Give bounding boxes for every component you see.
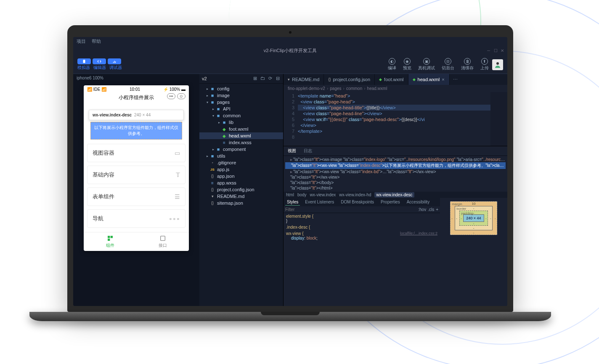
file-node[interactable]: ≡index.wxss [199, 139, 283, 146]
file-node[interactable]: ≡app.wxss [199, 179, 283, 186]
file-node[interactable]: ◆head.wxml [199, 132, 283, 139]
file-node[interactable]: ◆foot.wxml [199, 126, 283, 132]
styles-pane[interactable]: element.style {}.index-desc {</span></di… [284, 213, 440, 306]
capsule-close-button[interactable]: ⊙ [177, 93, 186, 99]
editor-tab[interactable]: ◆foot.wxml [375, 74, 408, 85]
maximize-button[interactable]: ☐ [494, 48, 498, 53]
devtools-subtab[interactable]: Properties [379, 199, 402, 206]
devtools-tab-log[interactable]: 日志 [302, 147, 314, 155]
new-rule-button[interactable]: + [436, 207, 438, 212]
breadcrumb[interactable]: fino-applet-demo-v2›pages›common›head.wx… [284, 85, 507, 92]
file-node[interactable]: JSapp.js [199, 166, 283, 173]
laptop-frame: 项目 帮助 v2-FinClip小程序开发工具 ─ ☐ ✕ 模拟器 编辑器 调试… [67, 25, 513, 321]
new-file-icon[interactable]: ⊞ [252, 76, 258, 82]
folder-node[interactable]: ▸■config [199, 85, 283, 92]
new-folder-icon[interactable]: 🗀 [260, 76, 265, 82]
dom-node[interactable]: "la">class="lt"><wx-view "la">class="ind… [285, 162, 506, 169]
minimize-button[interactable]: ─ [487, 48, 491, 53]
ide-screen: 项目 帮助 v2-FinClip小程序开发工具 ─ ☐ ✕ 模拟器 编辑器 调试… [73, 37, 507, 306]
svg-rect-1 [113, 62, 114, 63]
dom-crumb[interactable]: wx-view.index-desc [374, 192, 414, 198]
tabbar-component[interactable]: 组件 [84, 232, 136, 251]
file-node[interactable]: {}app.json [199, 173, 283, 179]
menubar: 项目 帮助 [73, 37, 507, 45]
code-editor[interactable]: 12345678 <template name="head"> <view cl… [284, 92, 507, 146]
devtools-tab-elements[interactable]: 视图 [286, 147, 298, 155]
close-tab-icon[interactable]: × [442, 77, 445, 82]
file-node[interactable]: ▫.gitignore [199, 159, 283, 166]
dom-tree[interactable]: ▸"la">class="lt"><wx-image "la">class="i… [284, 156, 507, 192]
file-node[interactable]: {}sitemap.json [199, 200, 283, 206]
list-item[interactable]: 导航∘∘∘ [87, 209, 186, 228]
dom-node[interactable]: "la">class="lt"></body> [285, 180, 506, 185]
devtools-panel: 视图 日志 ▸"la">class="lt"><wx-image "la">cl… [284, 146, 507, 306]
file-node[interactable]: ▾README.md [199, 193, 283, 200]
devtools-subtab[interactable]: DOM Breakpoints [339, 199, 376, 206]
folder-node[interactable]: ▾■common [199, 112, 283, 119]
dom-crumb[interactable]: body [297, 193, 307, 197]
list-item[interactable]: 基础内容𝕋 [87, 166, 186, 184]
folder-node[interactable]: ▸■lib [199, 119, 283, 126]
folder-node[interactable]: ▾■pages [199, 99, 283, 106]
folder-node[interactable]: ▸■image [199, 92, 283, 99]
tabbar-api[interactable]: 接口 [136, 232, 189, 251]
dom-crumb[interactable]: wx-view.index-hd [339, 193, 371, 197]
tooltip-size: 240 × 44 [134, 113, 151, 117]
list-item[interactable]: 表单组件☰ [87, 187, 186, 206]
clear-cache-button[interactable]: 🗑清缓存 [461, 58, 474, 71]
window-title: v2-FinClip小程序开发工具 [264, 47, 317, 54]
nav-icon: ∘∘∘ [169, 215, 180, 222]
tabs-overflow-button[interactable]: ⋯ [450, 74, 461, 85]
mode-debugger-button[interactable] [108, 58, 121, 64]
highlighted-element[interactable]: 以下将展示小程序官方组件能力，组件样式仅供参考。 [90, 122, 182, 140]
user-avatar[interactable] [492, 59, 503, 70]
menu-project[interactable]: 项目 [77, 38, 86, 45]
list-item[interactable]: 视图容器▭ [87, 144, 186, 162]
mode-editor-label: 编辑器 [93, 65, 106, 71]
dom-node[interactable]: "la">class="lt"></html> [285, 185, 506, 191]
hov-toggle[interactable]: :hov [418, 207, 426, 212]
dom-crumb[interactable]: wx-view.index [310, 193, 336, 197]
devtools-subtab[interactable]: Event Listeners [303, 199, 336, 206]
compile-button[interactable]: ◐编译 [388, 58, 396, 71]
upload-button[interactable]: ⬆上传 [480, 58, 489, 71]
collapse-icon[interactable]: ⊟ [275, 76, 281, 82]
minimap[interactable] [490, 92, 507, 146]
svg-rect-3 [115, 61, 116, 63]
svg-rect-8 [160, 236, 165, 241]
dom-node[interactable]: ▸"la">class="lt"><wx-image "la">class="i… [285, 157, 506, 162]
preview-button[interactable]: ◉预览 [403, 58, 411, 71]
close-button[interactable]: ✕ [501, 48, 505, 53]
editor-tab[interactable]: {}project.config.json [324, 74, 375, 85]
capsule-menu-button[interactable]: ••• [167, 93, 175, 99]
editor-tab[interactable]: ◆head.wxml× [408, 74, 450, 85]
styles-filter-input[interactable] [285, 207, 418, 212]
devtools-subtab[interactable]: Styles [285, 199, 300, 206]
cls-toggle[interactable]: .cls [428, 207, 434, 212]
folder-node[interactable]: ▸■utils [199, 153, 283, 159]
explorer-root[interactable]: v2 [202, 76, 207, 81]
background-button[interactable]: ⊟切后台 [442, 58, 454, 71]
dom-crumb[interactable]: html [286, 193, 294, 197]
tooltip-selector: wx-view.index-desc [93, 113, 132, 117]
mode-editor-button[interactable] [93, 58, 106, 64]
remote-debug-button[interactable]: ▣真机调试 [418, 58, 435, 71]
mode-simulator-button[interactable] [77, 58, 91, 64]
dom-breadcrumb[interactable]: htmlbodywx-view.indexwx-view.index-hdwx-… [284, 192, 507, 198]
file-node[interactable]: {}project.config.json [199, 186, 283, 193]
editor-tabs: ▾README.md{}project.config.json◆foot.wxm… [284, 74, 507, 85]
refresh-icon[interactable]: ⟳ [267, 76, 273, 82]
folder-node[interactable]: ▸■component [199, 146, 283, 153]
container-icon: ▭ [175, 150, 180, 156]
simulator-phone: 📶 IDE 📶 10:01 ⚡ 100% ▬ 小程序组件展示 ••• ⊙ wx-… [84, 85, 189, 251]
dom-node[interactable]: ▸"la">class="lt"><wx-view "la">class="in… [285, 169, 506, 174]
laptop-base [29, 312, 551, 321]
folder-node[interactable]: ▸■API [199, 106, 283, 112]
svg-rect-5 [108, 236, 110, 238]
menu-help[interactable]: 帮助 [92, 38, 101, 45]
svg-point-4 [496, 62, 499, 65]
simulator-device-label[interactable]: iphone6 100% [73, 74, 199, 82]
editor-tab[interactable]: ▾README.md [284, 74, 324, 85]
devtools-subtab[interactable]: Accessibility [405, 199, 431, 206]
dom-node[interactable]: "la">class="lt"></wx-view> [285, 174, 506, 180]
